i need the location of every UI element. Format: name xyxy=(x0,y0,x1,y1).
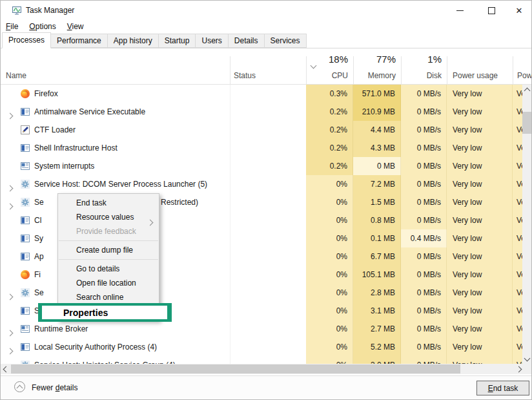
expand-chevron-icon[interactable] xyxy=(8,290,12,302)
cell-power: Very low xyxy=(447,193,513,211)
details-toggle-button[interactable] xyxy=(14,381,25,392)
menu-item-create-dump-file[interactable]: Create dump file xyxy=(58,243,159,257)
menu-separator xyxy=(59,259,158,260)
task-manager-icon xyxy=(12,5,22,16)
expand-chevron-icon[interactable] xyxy=(8,109,12,121)
cell-power: Very low xyxy=(447,175,513,193)
process-name: Shell Infrastructure Host xyxy=(34,143,118,153)
menu-item-search-online[interactable]: Search online xyxy=(58,290,159,304)
scroll-left-icon[interactable] xyxy=(1,364,10,374)
menu-options[interactable]: Options xyxy=(24,21,61,31)
process-row[interactable]: System interrupts0.2%0 MB0 MB/sVery lowV… xyxy=(1,157,524,175)
menu-item-properties[interactable]: Properties xyxy=(42,306,167,319)
tab-performance[interactable]: Performance xyxy=(50,34,108,48)
menu-file[interactable]: File xyxy=(1,21,24,31)
menu-item-resource-values[interactable]: Resource values xyxy=(58,210,159,224)
column-header-memory[interactable]: Memory xyxy=(349,71,396,80)
context-menu: End taskResource valuesProvide feedbackC… xyxy=(57,193,159,321)
column-header-disk[interactable]: Disk xyxy=(397,71,442,80)
column-header: Name Status 18% CPU 77% Memory 1% Disk P… xyxy=(1,48,531,85)
scroll-up-icon[interactable] xyxy=(522,86,531,95)
process-row[interactable]: Firefox0.3%571.0 MB0 MB/sVery lowVe xyxy=(1,85,524,103)
column-header-cpu[interactable]: CPU xyxy=(302,71,348,80)
menu-item-go-to-details[interactable]: Go to details xyxy=(58,262,159,276)
cell-cpu: 0.2% xyxy=(306,103,353,121)
cell-cpu: 0.3% xyxy=(306,85,353,103)
status-bar: Fewer details End task xyxy=(1,375,531,399)
cell-memory: 3.0 MB xyxy=(353,356,401,364)
column-header-power-trend[interactable]: Pow xyxy=(517,71,531,80)
process-row[interactable]: CTF Loader0.2%4.4 MB0 MB/sVery lowVe xyxy=(1,121,524,139)
scroll-right-icon[interactable] xyxy=(514,364,523,374)
cell-cpu: 0% xyxy=(306,229,353,247)
horizontal-scrollbar[interactable] xyxy=(1,364,524,374)
cell-disk: 0 MB/s xyxy=(401,284,447,302)
process-row[interactable]: Antimalware Service Executable0.2%210.9 … xyxy=(1,103,524,121)
cell-memory: 3.1 MB xyxy=(353,302,401,320)
tab-processes[interactable]: Processes xyxy=(2,32,51,48)
tab-app-history[interactable]: App history xyxy=(107,34,159,48)
cell-power: Very low xyxy=(447,266,513,284)
cell-disk: 0 MB/s xyxy=(401,320,447,338)
cell-cpu: 0% xyxy=(306,175,353,193)
minimize-button[interactable] xyxy=(445,1,475,20)
close-button[interactable]: ✕ xyxy=(504,1,532,20)
horizontal-scrollbar-thumb[interactable] xyxy=(11,364,460,374)
maximize-button[interactable] xyxy=(476,1,506,20)
firefox-icon xyxy=(20,269,30,280)
menu-view[interactable]: View xyxy=(62,21,90,31)
cell-memory: 0.8 MB xyxy=(353,211,401,229)
column-header-power-usage[interactable]: Power usage xyxy=(453,71,498,80)
close-icon: ✕ xyxy=(516,6,523,16)
scroll-down-icon[interactable] xyxy=(522,353,531,363)
tab-services[interactable]: Services xyxy=(264,34,307,48)
annotation-box: Properties xyxy=(38,303,172,322)
expand-chevron-icon[interactable] xyxy=(8,182,12,193)
process-row[interactable]: Shell Infrastructure Host0.2%4.3 MB0 MB/… xyxy=(1,139,524,157)
expand-chevron-icon[interactable] xyxy=(8,344,12,356)
cell-power: Very low xyxy=(447,139,513,157)
window-title: Task Manager xyxy=(26,6,74,15)
cell-disk: 0 MB/s xyxy=(401,211,447,229)
tab-startup[interactable]: Startup xyxy=(158,34,196,48)
expand-chevron-icon[interactable] xyxy=(8,200,12,211)
process-name: System interrupts xyxy=(34,162,94,171)
cell-power: Very low xyxy=(447,302,513,320)
process-name: Fi xyxy=(34,270,41,279)
vertical-scrollbar[interactable] xyxy=(522,85,531,364)
cell-cpu: 0% xyxy=(306,284,353,302)
process-row[interactable]: Local Security Authority Process (4)0%5.… xyxy=(1,338,524,356)
window-icon xyxy=(20,342,30,352)
fewer-details-label[interactable]: Fewer details xyxy=(32,383,77,392)
menu-bar: FileOptionsView xyxy=(1,20,531,33)
menu-separator xyxy=(59,240,158,241)
cell-cpu: 0% xyxy=(306,356,353,364)
column-header-name[interactable]: Name xyxy=(6,71,26,80)
process-row[interactable]: Service Host: Unistack Service Group (4)… xyxy=(1,356,524,364)
tab-details[interactable]: Details xyxy=(228,34,265,48)
cell-disk: 0 MB/s xyxy=(401,139,447,157)
cell-memory: 4.4 MB xyxy=(353,121,401,139)
vertical-scrollbar-thumb[interactable] xyxy=(522,112,531,134)
cell-memory: 5.2 MB xyxy=(353,338,401,356)
menu-item-end-task[interactable]: End task xyxy=(58,196,159,210)
cell-memory: 571.0 MB xyxy=(353,85,401,103)
menu-item-provide-feedback: Provide feedback xyxy=(58,224,159,238)
gear-icon xyxy=(20,288,30,298)
cell-disk: 0 MB/s xyxy=(401,175,447,193)
process-name: Ap xyxy=(34,252,44,261)
menu-item-open-file-location[interactable]: Open file location xyxy=(58,276,159,290)
process-name: Se xyxy=(34,288,44,297)
process-row[interactable]: Runtime Broker0%2.7 MB0 MB/sVery lowVe xyxy=(1,320,524,338)
tab-bar: ProcessesPerformanceApp historyStartupUs… xyxy=(1,33,531,48)
minimize-icon xyxy=(456,10,464,11)
cell-power: Very low xyxy=(447,211,513,229)
cell-cpu: 0% xyxy=(306,211,353,229)
end-task-button[interactable]: End task xyxy=(476,381,529,395)
process-row[interactable]: Service Host: DCOM Server Process Launch… xyxy=(1,175,524,193)
gear-icon xyxy=(20,197,30,207)
expand-chevron-icon[interactable] xyxy=(8,326,12,338)
tab-users[interactable]: Users xyxy=(195,34,228,48)
column-header-status[interactable]: Status xyxy=(234,71,256,80)
cell-memory: 0 MB xyxy=(353,157,401,175)
